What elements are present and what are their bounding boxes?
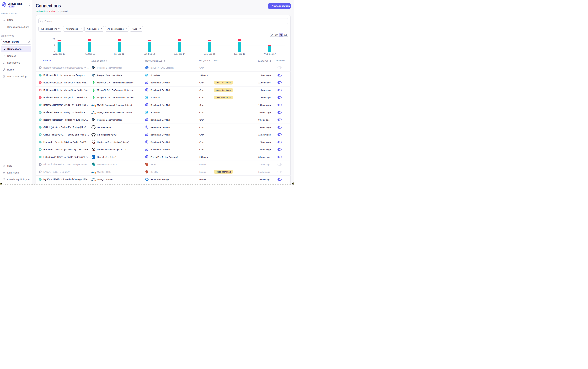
svg-text:S: S	[92, 164, 93, 165]
svg-text:MySQL: MySQL	[91, 105, 96, 107]
svg-text:.: .	[96, 180, 96, 181]
svg-text:01: 01	[146, 179, 147, 180]
svg-text:MySQL: MySQL	[91, 172, 96, 173]
svg-text:in: in	[92, 156, 94, 158]
svg-text:.: .	[96, 172, 96, 173]
svg-text:.: .	[96, 105, 96, 106]
svg-text:MySQL: MySQL	[91, 179, 96, 181]
svg-text:.: .	[96, 113, 96, 114]
svg-text:MySQL: MySQL	[91, 112, 96, 114]
